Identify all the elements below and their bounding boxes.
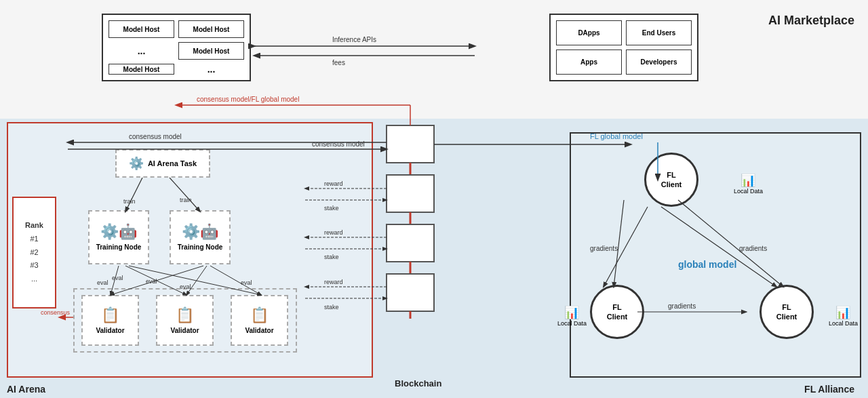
end-users-cell: End Users <box>626 20 692 45</box>
ai-arena-task-icon: ⚙️ <box>129 156 144 171</box>
training-node-1: ⚙️🤖 Training Node <box>88 210 149 264</box>
validator-2-icon: 📋 <box>176 306 194 324</box>
local-data-1-icon: 📊 <box>741 174 755 187</box>
validator-1: 📋 Validator <box>81 295 139 346</box>
training-node-1-icon: ⚙️🤖 <box>100 223 137 241</box>
main-container: AI Marketplace Model Host Model Host ...… <box>0 0 868 398</box>
training-node-2: ⚙️🤖 Training Node <box>170 210 231 264</box>
rank-2: #2 <box>30 246 38 260</box>
ai-arena-task: ⚙️ AI Arena Task <box>115 149 210 178</box>
local-data-3-icon: 📊 <box>835 306 850 319</box>
fl-client-3-label: FLClient <box>776 302 797 322</box>
local-data-3-label: Local Data <box>829 320 858 327</box>
model-host-3: Model Host <box>178 42 244 60</box>
validator-2: 📋 Validator <box>156 295 214 346</box>
validator-1-icon: 📋 <box>101 306 119 324</box>
fl-client-2-label: FLClient <box>607 302 628 322</box>
model-host-dots-1: ... <box>108 42 174 60</box>
validator-2-label: Validator <box>170 327 199 334</box>
model-host-1: Model Host <box>108 20 174 38</box>
fl-alliance-label: FL Alliance <box>804 384 854 395</box>
training-node-2-icon: ⚙️🤖 <box>182 223 218 241</box>
model-host-2: Model Host <box>178 20 244 38</box>
ai-marketplace-title: AI Marketplace <box>768 14 854 28</box>
training-node-2-label: Training Node <box>178 243 223 252</box>
local-data-1-label: Local Data <box>734 188 763 195</box>
local-data-2-label: Local Data <box>557 320 587 327</box>
validator-1-label: Validator <box>96 327 124 334</box>
developers-cell: Developers <box>626 49 692 75</box>
apps-box: DApps End Users Apps Developers <box>549 14 698 81</box>
validator-3-icon: 📋 <box>250 306 269 324</box>
fl-client-1: FLClient <box>644 153 698 207</box>
ai-arena-task-label: AI Arena Task <box>148 159 197 167</box>
rank-title: Rank <box>25 219 43 233</box>
rank-dots: ... <box>31 273 37 286</box>
fl-alliance-section <box>570 132 861 378</box>
model-host-dots-2: ... <box>178 64 244 75</box>
validator-3: 📋 Validator <box>231 295 288 346</box>
rank-3: #3 <box>30 259 38 273</box>
dapps-cell: DApps <box>556 20 622 45</box>
local-data-1: 📊 Local Data <box>734 173 763 195</box>
rank-box: Rank #1 #2 #3 ... <box>12 197 56 309</box>
fl-client-2: FLClient <box>590 285 644 339</box>
local-data-2-icon: 📊 <box>564 306 579 319</box>
fl-client-3: FLClient <box>760 285 814 339</box>
validator-3-label: Validator <box>245 327 273 334</box>
training-node-1-label: Training Node <box>96 243 142 252</box>
fl-client-1-label: FLClient <box>661 170 682 190</box>
model-host-4: Model Host <box>108 64 174 75</box>
local-data-2: 📊 Local Data <box>557 305 587 327</box>
local-data-3: 📊 Local Data <box>829 305 858 327</box>
model-hosts-box: Model Host Model Host ... Model Host Mod… <box>102 14 251 81</box>
apps-cell: Apps <box>556 49 622 75</box>
ai-arena-label: AI Arena <box>7 384 45 395</box>
rank-1: #1 <box>30 233 38 246</box>
